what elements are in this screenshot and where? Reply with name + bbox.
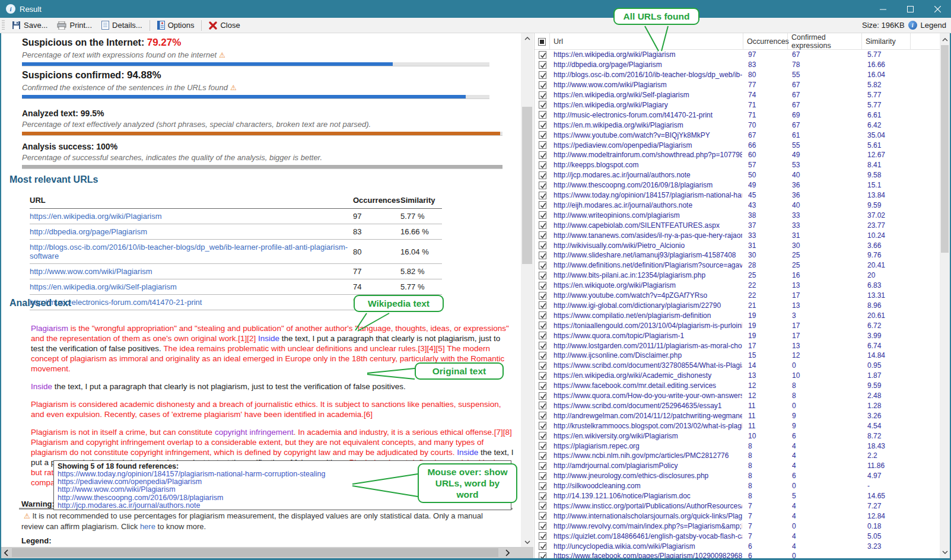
scroll-down-icon[interactable]	[521, 537, 533, 547]
url-cell[interactable]: http://dbpedia.org/page/Plagiarism	[554, 60, 742, 70]
scroll-up-icon[interactable]	[940, 34, 950, 44]
url-link[interactable]: http://blogs.osc-ib.com/2016/10/ib-teach…	[30, 243, 348, 260]
close-result-button[interactable]: Close	[204, 18, 244, 33]
row-checkbox[interactable]	[539, 61, 546, 69]
row-checkbox[interactable]	[539, 382, 546, 390]
url-cell[interactable]: http://www.thescoopng.com/2016/09/18/pla…	[554, 180, 742, 190]
row-checkbox[interactable]	[539, 482, 546, 490]
row-checkbox[interactable]	[539, 231, 546, 239]
url-cell[interactable]: http://www.lostgarden.com/2011/11/plagia…	[554, 341, 742, 351]
url-cell[interactable]: http://wikivisually.com/wiki/Pietro_Alci…	[554, 240, 742, 250]
scrollbar-thumb[interactable]	[12, 548, 498, 557]
row-checkbox[interactable]	[539, 492, 546, 500]
row-checkbox[interactable]	[539, 171, 546, 179]
report-horizontal-scrollbar[interactable]	[1, 547, 533, 558]
url-cell[interactable]: http://keepps.blogspot.com	[554, 160, 742, 170]
column-header-url[interactable]: Url	[550, 33, 743, 50]
row-checkbox[interactable]	[539, 472, 546, 480]
url-cell[interactable]: https://quizlet.com/184866461/english-ga…	[554, 531, 742, 541]
url-cell[interactable]: https://en.wikipedia.org/wiki/Academic_d…	[554, 371, 742, 381]
row-checkbox[interactable]	[539, 422, 546, 429]
row-checkbox[interactable]	[539, 241, 546, 249]
url-table-vertical-scrollbar[interactable]	[940, 33, 950, 558]
url-cell[interactable]: http://www.jneurology.com/ethics-disclos…	[554, 471, 742, 481]
scrollbar-thumb[interactable]	[522, 107, 532, 264]
row-checkbox[interactable]	[539, 392, 546, 400]
row-checkbox[interactable]	[539, 452, 546, 460]
scroll-left-icon[interactable]	[1, 547, 11, 558]
url-cell[interactable]: https://en.wikipedia.org/wiki/Self-plagi…	[554, 90, 742, 100]
row-checkbox[interactable]	[539, 332, 546, 339]
row-checkbox[interactable]	[539, 121, 546, 129]
row-checkbox[interactable]	[539, 311, 546, 319]
url-cell[interactable]: https://www.scribd.com/document/32780855…	[554, 361, 742, 371]
row-checkbox[interactable]	[539, 342, 546, 349]
url-cell[interactable]: https://en.wikiversity.org/wiki/Plagiari…	[554, 431, 742, 441]
row-checkbox[interactable]	[539, 432, 546, 440]
row-checkbox[interactable]	[539, 81, 546, 89]
url-cell[interactable]: https://en.wikiquote.org/wiki/Plagiarism	[554, 281, 742, 291]
url-cell[interactable]: http://www.youtube.com/watch?v=4pZGAf7YR…	[554, 291, 742, 301]
url-cell[interactable]: http://uncyclopedia.wikia.com/wiki/Plagi…	[554, 541, 742, 551]
url-cell[interactable]: http://www.modeltrainforum.com/showthrea…	[554, 150, 742, 160]
options-button[interactable]: Options	[152, 18, 199, 33]
row-checkbox[interactable]	[539, 211, 546, 219]
row-checkbox[interactable]	[539, 151, 546, 159]
url-cell[interactable]: http://www.igi-global.com/dictionary/pla…	[554, 301, 742, 311]
select-all-checkbox[interactable]	[538, 38, 546, 46]
row-checkbox[interactable]	[539, 221, 546, 229]
row-checkbox[interactable]	[539, 502, 546, 510]
url-link[interactable]: https://en.wikipedia.org/wiki/Self-plagi…	[30, 282, 177, 291]
row-checkbox[interactable]	[539, 402, 546, 409]
url-cell[interactable]: https://en.wikipedia.org/wiki/Plagiarism	[554, 50, 742, 60]
url-cell[interactable]: https://www.quora.com/topic/Plagiarism-1	[554, 330, 742, 341]
row-checkbox[interactable]	[539, 372, 546, 380]
column-header-occurrences[interactable]: Occurrences	[743, 33, 788, 50]
scroll-right-icon[interactable]	[502, 547, 513, 558]
url-cell[interactable]: https://www.facebook.com/mr.detail.editi…	[554, 381, 742, 391]
row-checkbox[interactable]	[539, 71, 546, 79]
url-cell[interactable]: http://eijh.modares.ac.ir/journal/author…	[554, 201, 742, 211]
toolbar-grip[interactable]	[2, 20, 5, 31]
url-cell[interactable]: http://amdrjournal.com/plagiarismPolicy	[554, 461, 742, 471]
report-vertical-scrollbar[interactable]	[521, 33, 533, 547]
url-cell[interactable]: http://www.definitions.net/definition/Pl…	[554, 260, 742, 271]
column-header-confirmed[interactable]: Confirmed expressions	[788, 33, 862, 50]
row-checkbox[interactable]	[539, 322, 546, 329]
url-cell[interactable]: http://14.139.121.106/notice/Plagiarism.…	[554, 491, 742, 501]
scroll-up-icon[interactable]	[521, 33, 533, 43]
url-link[interactable]: http://dbpedia.org/page/Plagiarism	[30, 227, 147, 236]
url-cell[interactable]: http://www.revolvy.com/main/index.php?s=…	[554, 521, 742, 531]
row-checkbox[interactable]	[539, 91, 546, 99]
url-cell[interactable]: http://andrewgelman.com/2014/11/12/patch…	[554, 411, 742, 421]
here-link[interactable]: here	[140, 522, 155, 531]
row-checkbox[interactable]	[539, 252, 546, 259]
row-checkbox[interactable]	[539, 362, 546, 370]
row-checkbox[interactable]	[539, 101, 546, 109]
url-cell[interactable]: http://music-electronics-forum.com/t4147…	[554, 110, 742, 120]
row-checkbox[interactable]	[539, 262, 546, 269]
save-button[interactable]: Save...	[7, 18, 52, 33]
url-cell[interactable]: https://www.today.ng/opinion/184157/plag…	[554, 190, 742, 201]
url-cell[interactable]: http://www.slideshare.net/iamanuj93/plag…	[554, 250, 742, 260]
row-checkbox[interactable]	[539, 141, 546, 149]
maximize-button[interactable]	[896, 0, 924, 18]
url-link[interactable]: http://www.wow.com/wiki/Plagiarism	[30, 267, 152, 276]
row-checkbox[interactable]	[539, 201, 546, 209]
row-checkbox[interactable]	[539, 352, 546, 359]
row-checkbox[interactable]	[539, 301, 546, 309]
scroll-down-icon[interactable]	[940, 547, 950, 557]
row-checkbox[interactable]	[539, 512, 546, 520]
row-checkbox[interactable]	[539, 51, 546, 59]
url-cell[interactable]: http://www.tananews.com/asides/il-ny-a-p…	[554, 230, 742, 240]
row-checkbox[interactable]	[539, 542, 546, 550]
url-cell[interactable]: https://www.facebook.com/pages/Plagiaris…	[554, 551, 742, 558]
url-cell[interactable]: https://www.scribd.com/document/25296463…	[554, 401, 742, 411]
row-checkbox[interactable]	[539, 161, 546, 169]
close-button[interactable]	[924, 0, 951, 18]
url-cell[interactable]: http://blogs.osc-ib.com/2016/10/ib-teach…	[554, 70, 742, 80]
url-cell[interactable]: https://www.insticc.org/portal/Publicati…	[554, 501, 742, 511]
minimize-button[interactable]	[869, 0, 896, 18]
url-cell[interactable]: https://toniaallengould.com/2013/10/04/p…	[554, 320, 742, 330]
url-cell[interactable]: https://www.youtube.com/watch?v=BIQjYk8M…	[554, 130, 742, 140]
